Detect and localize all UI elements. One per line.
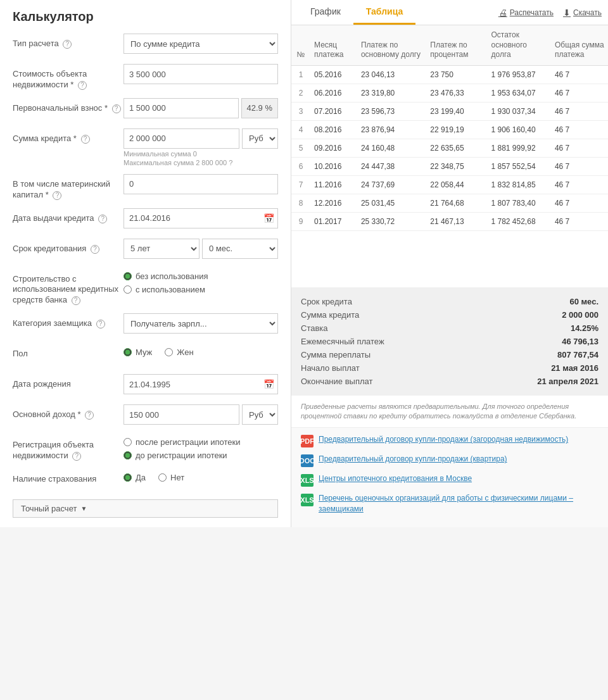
payment-table: № Месяц платежа Платеж по основному долг… [291,25,608,231]
construction-help-icon[interactable]: ? [72,296,80,305]
table-row: 206.201623 319,8023 476,331 953 634,0746… [291,84,608,102]
loan-amount-label: Сумма кредита * ? [13,128,124,144]
property-value-control [124,64,278,84]
doc-icon: DOC [301,454,314,467]
summary-box: Срок кредита 60 мес. Сумма кредита 2 000… [291,287,608,396]
col-header-total: Общая сумма платежа [551,25,608,65]
issue-date-input[interactable] [124,208,278,228]
initial-payment-help-icon[interactable]: ? [112,104,121,113]
table-cell: 23 199,40 [426,102,487,120]
table-cell: 6 [291,157,310,175]
table-cell: 23 750 [426,65,487,84]
tab-table[interactable]: Таблица [353,0,415,25]
property-value-help-icon[interactable]: ? [78,81,87,90]
birth-date-control: 📅 [124,374,278,394]
download-button[interactable]: ⬇ Скачать [563,8,602,18]
table-cell: 46 7 [551,102,608,120]
insurance-radio-no[interactable] [158,473,167,482]
construction-radio-1[interactable] [124,285,132,294]
term-control: 5 лет 0 мес. [124,239,278,259]
start-date-value: 21 мая 2016 [551,363,598,373]
issue-date-calendar-icon[interactable]: 📅 [263,213,274,223]
construction-label-1: с использованием [136,285,205,294]
tabs-bar: График Таблица 🖨 Распечатать ⬇ Скачать [291,0,608,25]
birth-date-calendar-icon[interactable]: 📅 [263,379,274,389]
document-item: PDF Предварительный договор купли-продаж… [301,434,598,447]
col-header-principal: Платеж по основному долгу [357,25,426,65]
insurance-radio-yes[interactable] [124,473,132,482]
borrower-category-label: Категория заемщика ? [13,313,124,329]
payment-table-scroll[interactable]: № Месяц платежа Платеж по основному долг… [291,25,608,231]
table-cell: 1 832 814,85 [487,175,550,194]
loan-max-help-icon[interactable]: ? [229,159,232,166]
calc-type-select[interactable]: По сумме кредита [124,34,278,54]
registration-radio-1[interactable] [124,451,132,459]
overpayment-label: Сумма переплаты [301,350,370,359]
table-cell: 1 782 452,68 [487,212,550,230]
document-item: XLS Центры ипотечного кредитования в Мос… [301,473,598,487]
loan-amount-summary-value: 2 000 000 [562,310,598,320]
table-cell: 7 [291,175,310,194]
calc-type-help-icon[interactable]: ? [63,40,72,49]
tab-chart[interactable]: График [298,0,353,25]
loan-amount-input[interactable] [124,128,239,149]
table-cell: 24 447,38 [357,157,426,175]
table-cell: 3 [291,102,310,120]
table-cell: 46 7 [551,139,608,157]
overpayment-value: 807 767,54 [557,350,598,359]
mat-capital-help-icon[interactable]: ? [53,191,61,200]
col-header-interest: Платеж по процентам [426,25,487,65]
table-row: 307.201623 596,7323 199,401 930 037,3446… [291,102,608,120]
borrower-category-select[interactable]: Получатель зарпл... [124,313,278,334]
construction-label-0: без использования [136,272,208,281]
table-cell: 23 046,13 [357,65,426,84]
borrower-category-help-icon[interactable]: ? [96,320,105,328]
registration-control: после регистрации ипотеки до регистрации… [124,435,278,460]
initial-payment-input[interactable] [124,98,239,118]
document-link[interactable]: Перечень оценочных организаций для работ… [319,493,598,515]
term-months-select[interactable]: 0 мес. [202,239,278,259]
property-value-input[interactable] [124,64,278,84]
monthly-payment-value: 46 796,13 [562,337,598,346]
gender-radio-male[interactable] [124,348,132,356]
mat-capital-input[interactable] [124,174,278,194]
loan-amount-help-icon[interactable]: ? [81,135,90,144]
table-cell: 23 319,80 [357,84,426,102]
term-help-icon[interactable]: ? [91,245,99,254]
table-row: 408.201623 876,9422 919,191 906 160,4046… [291,120,608,139]
gender-radio-female[interactable] [165,348,173,356]
birth-date-input[interactable] [124,374,278,394]
issue-date-help-icon[interactable]: ? [98,215,107,223]
birth-date-label: Дата рождения [13,374,124,390]
loan-currency-select[interactable]: Руб [242,128,278,149]
table-cell: 5 [291,139,310,157]
disclaimer-text: Приведенные расчеты являются предварител… [291,396,608,428]
precise-calc-button[interactable]: Точный расчет ▼ [13,499,278,518]
chevron-down-icon: ▼ [80,505,87,512]
income-help-icon[interactable]: ? [85,411,94,420]
document-item: DOC Предварительный договор купли-продаж… [301,454,598,467]
document-link[interactable]: Предварительный договор купли-продажи (к… [319,454,507,465]
table-cell: 21 764,68 [426,194,487,212]
document-link[interactable]: Предварительный договор купли-продажи (з… [319,434,568,445]
term-years-select[interactable]: 5 лет [124,239,200,259]
registration-label-0: после регистрации ипотеки [136,437,240,447]
pdf-icon: PDF [301,435,314,447]
table-cell: 22 058,44 [426,175,487,194]
loan-amount-control: Руб Минимальная сумма 0 Максимальная сум… [124,128,278,166]
term-label: Срок кредитования ? [13,239,124,254]
tab-actions: 🖨 Распечатать ⬇ Скачать [498,8,602,18]
registration-help-icon[interactable]: ? [72,452,81,461]
table-cell: 46 7 [551,120,608,139]
document-item: XLS Перечень оценочных организаций для р… [301,493,598,515]
col-header-balance: Остаток основного долга [487,25,550,65]
print-button[interactable]: 🖨 Распечатать [498,8,554,18]
rate-value: 14.25% [571,323,598,333]
registration-radio-0[interactable] [124,438,132,446]
income-currency-select[interactable]: Руб [242,404,278,425]
construction-radio-0[interactable] [124,272,132,280]
document-link[interactable]: Центры ипотечного кредитования в Москве [319,473,472,484]
construction-label: Строительство с использованием кредитных… [13,269,124,306]
income-input[interactable] [124,404,239,425]
table-row: 509.201624 160,4822 635,651 881 999,9246… [291,139,608,157]
